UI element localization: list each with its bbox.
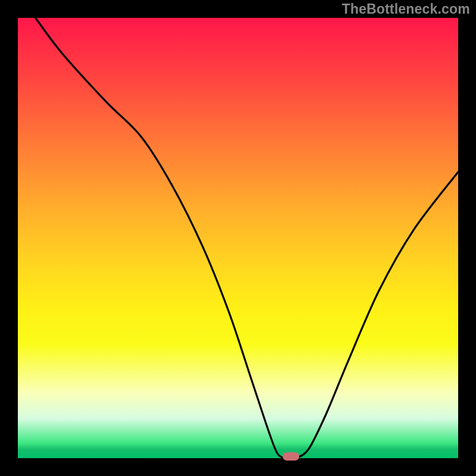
bottleneck-curve (18, 18, 458, 458)
watermark-text: TheBottleneck.com (342, 1, 470, 17)
chart-frame: TheBottleneck.com (0, 0, 476, 476)
curve-path (36, 18, 458, 458)
optimum-marker (283, 452, 299, 461)
plot-area (18, 18, 458, 458)
